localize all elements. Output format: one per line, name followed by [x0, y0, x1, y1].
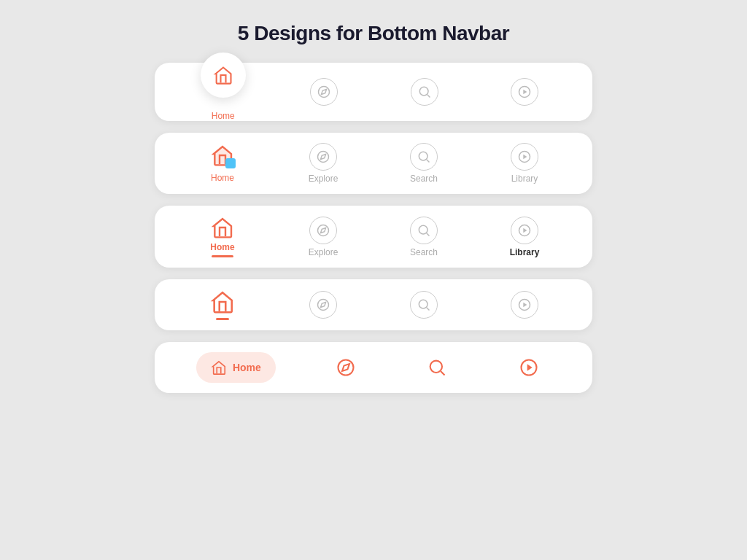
svg-point-8 [318, 225, 329, 236]
home-icon-4 [210, 289, 235, 314]
svg-marker-19 [527, 364, 533, 370]
home-label-2: Home [211, 173, 234, 183]
svg-point-4 [318, 152, 329, 163]
navbar-design-5: Home [155, 342, 592, 393]
search-icon-svg-2 [417, 149, 431, 164]
play-icon-4 [517, 298, 532, 312]
explore-icon-3 [309, 217, 337, 244]
home-label-1: Home [212, 111, 235, 121]
nav-item-search-2[interactable]: Search [402, 143, 446, 184]
nav-item-home-4[interactable] [201, 289, 244, 320]
svg-marker-7 [523, 155, 527, 160]
play-icon-3 [517, 223, 532, 238]
search-label-2: Search [410, 174, 438, 184]
dot-indicator [216, 318, 229, 320]
explore-label-2: Explore [309, 174, 338, 184]
nav-item-explore-2[interactable]: Explore [301, 143, 345, 184]
nav-items-5: Home [172, 352, 575, 383]
search-icon-2 [410, 143, 438, 171]
nav-item-library-5[interactable] [507, 357, 551, 378]
nav-item-library-2[interactable]: Library [503, 143, 546, 184]
search-icon-3 [410, 217, 438, 244]
library-icon-5 [519, 357, 539, 378]
explore-icon-4 [309, 291, 337, 319]
search-icon-svg-3 [417, 223, 431, 238]
nav-item-explore-1[interactable] [302, 78, 346, 106]
nav-items-4 [172, 289, 575, 320]
svg-marker-3 [524, 90, 527, 95]
library-icon-4 [511, 291, 538, 319]
home-label-5: Home [233, 362, 261, 373]
svg-point-5 [419, 152, 427, 160]
nav-item-library-4[interactable] [503, 291, 546, 319]
play-icon [517, 85, 532, 99]
compass-icon-4 [316, 298, 330, 312]
svg-point-12 [318, 300, 329, 311]
home-pill[interactable]: Home [196, 352, 276, 383]
svg-point-17 [430, 361, 442, 373]
search-label-3: Search [410, 247, 438, 257]
nav-item-home-2[interactable]: Home [201, 144, 244, 183]
page-wrapper: 5 Designs for Bottom Navbar Home [0, 0, 747, 560]
navbar-design-4 [155, 279, 592, 330]
compass-icon-3 [316, 223, 330, 238]
nav-item-explore-4[interactable] [301, 291, 345, 319]
home-icon [213, 65, 233, 85]
search-icon-1 [411, 78, 438, 106]
nav-item-search-5[interactable] [415, 357, 459, 378]
svg-point-13 [419, 300, 427, 308]
svg-marker-11 [523, 228, 527, 233]
library-label-3: Library [510, 247, 540, 257]
nav-item-home-3[interactable]: Home [201, 216, 244, 257]
nav-item-home-1[interactable]: Home [201, 63, 246, 121]
library-icon-2 [511, 143, 538, 171]
svg-point-1 [419, 87, 428, 96]
home-icon-5 [211, 359, 227, 376]
search-icon-svg [417, 85, 432, 99]
nav-item-explore-5[interactable] [324, 357, 368, 378]
navbar-design-3: Home Explore [155, 206, 592, 268]
blue-badge [225, 158, 236, 168]
nav-items-3: Home Explore [172, 216, 575, 257]
home-badge-wrapper [211, 144, 234, 170]
nav-item-home-5[interactable]: Home [196, 352, 276, 383]
nav-item-library-3[interactable]: Library [503, 217, 546, 257]
library-icon-1 [511, 78, 538, 106]
explore-icon-2 [309, 143, 337, 171]
nav-item-search-3[interactable]: Search [402, 217, 446, 257]
home-label-3: Home [210, 242, 234, 252]
navbar-design-1: Home [155, 63, 592, 121]
search-icon-4 [410, 291, 438, 319]
home-bubble [201, 52, 246, 98]
play-icon-2 [517, 149, 532, 164]
underline-bar [212, 255, 233, 257]
svg-point-16 [338, 360, 353, 376]
explore-label-3: Explore [309, 247, 338, 257]
nav-item-search-1[interactable] [403, 78, 446, 106]
library-label-2: Library [511, 174, 538, 184]
search-icon-5 [427, 357, 447, 378]
page-title: 5 Designs for Bottom Navbar [238, 22, 509, 45]
library-icon-3 [511, 217, 538, 244]
svg-point-0 [319, 87, 330, 98]
nav-item-library-1[interactable] [503, 78, 546, 106]
nav-items-1: Home [172, 63, 575, 121]
svg-marker-15 [523, 303, 527, 308]
home-icon-3 [211, 216, 234, 239]
navbar-design-2: Home Explore [155, 133, 592, 194]
svg-point-9 [419, 225, 427, 234]
compass-icon [317, 85, 331, 99]
search-icon-svg-4 [417, 298, 431, 312]
compass-icon-2 [316, 149, 330, 164]
nav-item-search-4[interactable] [402, 291, 446, 319]
explore-icon-1 [310, 78, 338, 106]
nav-item-explore-3[interactable]: Explore [301, 217, 345, 257]
explore-icon-5 [336, 357, 356, 378]
nav-items-2: Home Explore [172, 143, 575, 184]
